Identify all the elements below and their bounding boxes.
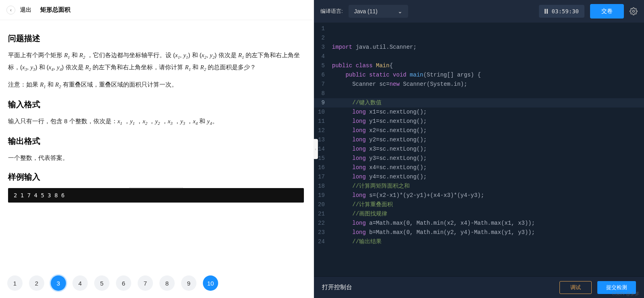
pause-icon (545, 9, 548, 14)
question-nav-9[interactable]: 9 (181, 275, 196, 291)
output-text: 一个整数，代表答案。 (8, 152, 304, 163)
language-select[interactable]: Java (11) ⌄ (349, 5, 408, 18)
section-sample: 样例输入 (8, 172, 304, 182)
editor-footer: 打开控制台 调试 提交检测 (314, 276, 644, 298)
question-nav-3[interactable]: 3 (51, 275, 66, 291)
question-nav-10[interactable]: 10 (203, 275, 218, 291)
console-toggle[interactable]: 打开控制台 (322, 284, 352, 291)
section-input: 输入格式 (8, 99, 304, 110)
timer[interactable]: 03:59:30 (539, 5, 584, 18)
problem-panel: ‹ 退出 矩形总面积 问题描述 平面上有个两个矩形 R1 和 R2 ，它们各边都… (0, 0, 314, 298)
exit-label[interactable]: 退出 (20, 6, 31, 14)
question-nav-6[interactable]: 6 (116, 275, 131, 291)
watermark: CSDN @多多 (612, 291, 639, 297)
debug-button[interactable]: 调试 (559, 281, 592, 294)
sample-input-block: 2 1 7 4 5 3 8 6 (8, 188, 304, 203)
section-description: 问题描述 (8, 33, 304, 44)
note-text: 注意：如果 R1 和 R2 有重叠区域，重叠区域的面积只计算一次。 (8, 79, 304, 91)
question-nav-4[interactable]: 4 (72, 275, 88, 291)
question-nav-7[interactable]: 7 (138, 275, 153, 291)
code-lines[interactable]: import java.util.Scanner; public class M… (330, 23, 644, 276)
question-nav-8[interactable]: 8 (159, 275, 175, 291)
chevron-down-icon: ⌄ (398, 8, 402, 14)
panel-resize-handle[interactable]: ‹ (314, 139, 318, 159)
question-nav-1[interactable]: 1 (7, 275, 23, 291)
problem-title: 矩形总面积 (40, 6, 70, 14)
svg-point-0 (633, 10, 635, 12)
editor-header: 编译语言: Java (11) ⌄ 03:59:30 交卷 (314, 0, 644, 23)
question-nav: 12345678910 (0, 269, 314, 298)
problem-header: ‹ 退出 矩形总面积 (0, 0, 314, 20)
gear-icon[interactable] (630, 7, 638, 15)
problem-content[interactable]: 问题描述 平面上有个两个矩形 R1 和 R2 ，它们各边都与坐标轴平行。设 (x… (0, 20, 314, 269)
submit-exam-button[interactable]: 交卷 (590, 4, 624, 19)
editor-panel: 编译语言: Java (11) ⌄ 03:59:30 交卷 1234567891… (314, 0, 644, 298)
lang-label: 编译语言: (320, 8, 343, 15)
section-output: 输出格式 (8, 136, 304, 147)
question-nav-5[interactable]: 5 (94, 275, 109, 291)
question-nav-2[interactable]: 2 (29, 275, 44, 291)
code-editor[interactable]: 123456789101112131415161718192021222324 … (314, 23, 644, 276)
back-button[interactable]: ‹ (6, 6, 15, 14)
description-text: 平面上有个两个矩形 R1 和 R2 ，它们各边都与坐标轴平行。设 (x1, y1… (8, 50, 304, 73)
input-text: 输入只有一行，包含 8 个整数，依次是：x1 ，y1 ，x2 ，y2 ，x3 ，… (8, 116, 304, 128)
